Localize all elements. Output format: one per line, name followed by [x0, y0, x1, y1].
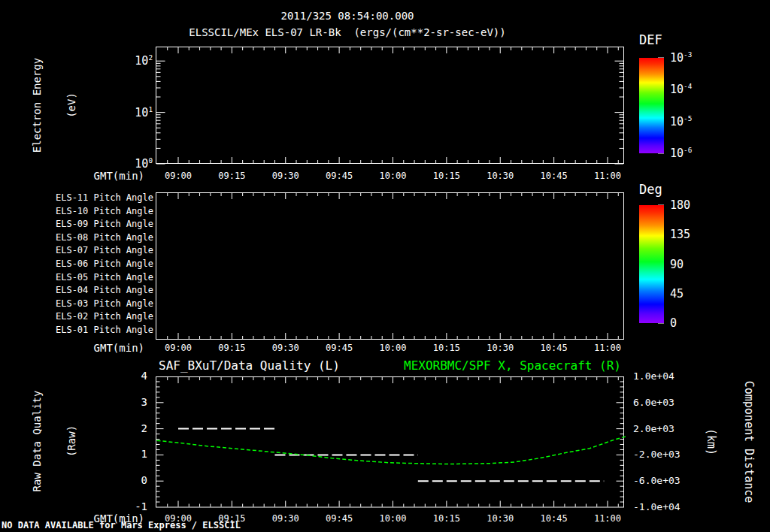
panel1-xtick-label: 10:00: [379, 171, 406, 181]
panel1-ylabel: Electron Energy (eV): [8, 58, 101, 153]
panel3-left-ylabel-line1: Raw Data Quality: [32, 391, 43, 492]
panel3-xtick-label: 09:15: [218, 514, 245, 524]
panel1-ytick-label: 101: [135, 106, 153, 119]
panel2-xaxis-caption: GMT(min): [94, 343, 144, 354]
pitch-angle-row-label: ELS-11 Pitch Angle: [56, 193, 153, 203]
def-colorbar-tick-label: 10-4: [670, 83, 692, 97]
panel3-left-ytick-label: 4: [141, 370, 147, 382]
pitch-angle-row-label: ELS-09 Pitch Angle: [56, 220, 153, 230]
panel2-xtick-label: 10:00: [379, 343, 406, 353]
deg-colorbar-tick-label: 45: [670, 288, 684, 301]
panel3-right-ytick-label: 6.0e+03: [633, 397, 675, 408]
panel1-xtick-label: 09:00: [165, 171, 192, 181]
panel3-xtick-label: 10:45: [541, 514, 568, 524]
panel3-right-ytick-label: -2.0e+03: [633, 449, 681, 460]
panel3-xtick-label: 09:00: [165, 514, 192, 524]
pitch-angle-row-label: ELS-10 Pitch Angle: [56, 207, 153, 216]
panel1-ytick-label: 100: [135, 157, 153, 171]
pitch-angle-row-label: ELS-05 Pitch Angle: [56, 273, 153, 283]
panel3-title-left: SAF_BXuT/Data Quality (L): [159, 359, 340, 373]
panel3-xtick-label: 10:30: [487, 514, 514, 524]
panel1-xtick-label: 10:30: [487, 171, 514, 181]
panel3-xtick-label: 10:00: [379, 514, 406, 524]
deg-colorbar-title: Deg: [639, 183, 662, 197]
panel2-xtick-label: 10:45: [541, 343, 568, 353]
page-title: 2011/325 08:54:00.000: [280, 11, 414, 22]
panel1-ylabel-line2: (eV): [66, 58, 77, 153]
panel3-left-ytick-label: 1: [141, 449, 147, 461]
deg-colorbar-tick-label: 90: [670, 258, 684, 271]
panel1-ylabel-line1: Electron Energy: [32, 58, 43, 153]
panel3-right-ylabel-line1: Component Distance: [743, 381, 756, 503]
panel2-xtick-label: 10:15: [433, 343, 460, 353]
deg-colorbar-tick-label: 0: [670, 317, 677, 330]
panel2-xtick-label: 09:15: [218, 343, 245, 353]
panel1-xtick-label: 09:15: [218, 171, 245, 181]
def-colorbar-title: DEF: [639, 33, 662, 47]
panel1-xtick-label: 09:45: [326, 171, 353, 181]
panel3-xtick-label: 09:45: [326, 514, 353, 524]
panel3-right-ytick-label: -6.0e+03: [633, 476, 681, 486]
panel1-xtick-label: 11:00: [594, 171, 621, 181]
page-subtitle: ELSSCIL/MEx ELS-07 LR-Bk (ergs/(cm**2-sr…: [189, 27, 505, 38]
pitch-angle-row-label: ELS-02 Pitch Angle: [56, 313, 153, 322]
def-colorbar-tick-label: 10-3: [670, 51, 692, 65]
panel3-left-ylabel-line2: (Raw): [66, 391, 77, 492]
panel3-xtick-label: 10:15: [433, 514, 460, 524]
panel3-left-ytick-label: 0: [141, 475, 147, 486]
def-colorbar: [639, 58, 664, 153]
panel1-xaxis-caption: GMT(min): [94, 171, 144, 182]
panel1-xtick-label: 10:15: [433, 171, 460, 181]
panel2-xtick-label: 11:00: [594, 343, 621, 353]
panel3-title-right: MEXORBMC/SPF X, Spacecraft (R): [404, 359, 621, 373]
panel3-xtick-label: 11:00: [594, 514, 621, 524]
panel3-left-ylabel: Raw Data Quality (Raw): [8, 391, 101, 492]
panel2-xtick-label: 09:45: [326, 343, 353, 353]
panel1-xtick-label: 09:30: [272, 171, 299, 181]
def-colorbar-tick-label: 10-5: [670, 115, 692, 128]
panel1-ytick-label: 102: [135, 54, 153, 68]
panel3-right-ytick-label: -1.0e+04: [633, 502, 681, 512]
panel1-xtick-label: 10:45: [541, 171, 568, 181]
def-colorbar-tick-label: 10-6: [670, 147, 692, 160]
panel3-right-ylabel-line2: (km): [705, 381, 718, 503]
panel3-right-ytick-label: 1.0e+04: [633, 371, 675, 382]
pitch-angle-row-label: ELS-03 Pitch Angle: [56, 299, 153, 309]
pitch-angle-row-label: ELS-08 Pitch Angle: [56, 233, 153, 243]
panel2-xtick-label: 09:00: [165, 343, 192, 353]
no-data-status-text: NO DATA AVAILABLE for Mars Express / ELS…: [2, 521, 241, 530]
deg-colorbar-tick-label: 180: [670, 199, 690, 212]
pitch-angle-row-label: ELS-01 Pitch Angle: [56, 325, 153, 335]
deg-colorbar-tick-label: 135: [670, 228, 690, 241]
panel3-left-ytick-label: -1: [135, 501, 147, 512]
pitch-angle-row-label: ELS-06 Pitch Angle: [56, 259, 153, 269]
pitch-angle-row-label: ELS-07 Pitch Angle: [56, 246, 153, 256]
panel3-xtick-label: 09:30: [272, 514, 299, 524]
panel3-right-ylabel: Component Distance (km): [681, 381, 770, 503]
panel3-left-ytick-label: 3: [141, 397, 147, 408]
panel3-right-ytick-label: 2.0e+03: [633, 423, 675, 434]
panel2-xtick-label: 09:30: [272, 343, 299, 353]
pitch-angle-row-label: ELS-04 Pitch Angle: [56, 286, 153, 296]
plot-canvas: 2011/325 08:54:00.000 ELSSCIL/MEx ELS-07…: [0, 0, 770, 532]
deg-colorbar: [639, 205, 664, 323]
panel2-xtick-label: 10:30: [487, 343, 514, 353]
spacecraft-distance-curve: [157, 437, 626, 464]
panel3-left-ytick-label: 2: [141, 423, 147, 434]
